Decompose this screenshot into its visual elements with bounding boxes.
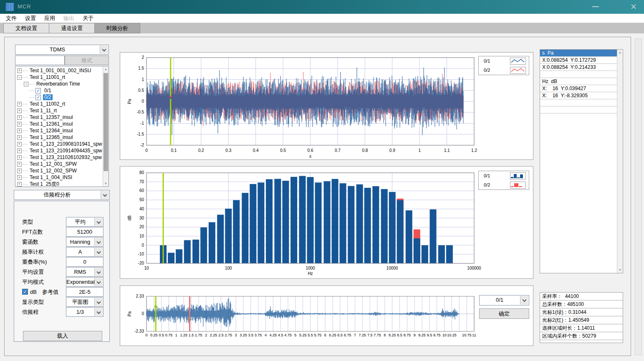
tree-item[interactable]: +Test 1_1_004_INSI (15, 174, 103, 181)
readout-row[interactable]: X:0.088254 Y:0.172729 (540, 57, 617, 64)
chevron-down-icon[interactable] (94, 248, 103, 256)
tree-item[interactable]: +Test 1_123_210908101941_spw (15, 141, 103, 147)
tab-时频分析[interactable]: 时频分析 (95, 23, 140, 33)
expander-icon[interactable]: − (24, 82, 28, 86)
tab-通道设置[interactable]: 通道设置 (49, 23, 95, 33)
readout-row[interactable]: X: 16 Y:-8.329305 (540, 92, 617, 99)
chevron-down-icon[interactable] (520, 296, 528, 305)
expander-icon[interactable]: + (17, 135, 22, 140)
param-dropdown[interactable]: Exponential (66, 277, 104, 287)
expander-icon[interactable]: + (17, 175, 22, 180)
param-input[interactable]: 0 (66, 257, 104, 267)
confirm-button[interactable]: 确定 (479, 308, 529, 319)
close-button[interactable]: × (626, 0, 641, 13)
legend-label: 0/1 (484, 58, 510, 63)
octave-spectrum-chart[interactable]: 10100100010000100000-20-1001020304050607… (120, 167, 534, 279)
tree-item[interactable]: +Test 1_123_211026102932_spw (15, 154, 103, 161)
tree-item[interactable]: ✓0/2 (15, 94, 103, 101)
param-label: 窗函数 (22, 237, 38, 247)
chevron-down-icon[interactable] (101, 191, 109, 199)
scroll-down-icon[interactable]: ▼ (103, 181, 109, 187)
tree-item[interactable]: +Test 1_12_002_SPW (15, 167, 103, 174)
scroll-up-icon[interactable]: ▲ (617, 50, 623, 56)
expander-icon[interactable]: + (17, 115, 22, 120)
expander-icon[interactable]: + (17, 142, 22, 146)
db-checkbox[interactable]: ✓ (22, 289, 28, 295)
menu-item[interactable]: 设置 (25, 15, 36, 22)
tree-item[interactable]: −Test 1_11001_rt (15, 74, 103, 81)
expander-icon[interactable]: + (17, 149, 22, 153)
chevron-down-icon[interactable] (94, 268, 103, 276)
readout-row[interactable]: Hz dB (540, 78, 617, 85)
analysis-type-dropdown[interactable]: 倍频程分析 (14, 190, 110, 200)
tree-scrollbar[interactable]: ▲ ▼ (103, 66, 109, 187)
expander-icon[interactable]: + (17, 109, 22, 113)
tree-item[interactable]: +Test 1_11_rt (15, 107, 103, 114)
checkbox[interactable]: ✓ (35, 88, 41, 93)
tree-item[interactable]: +Test 1_12_001_SPW (15, 161, 103, 167)
readout-row[interactable]: X: 16 Y:0.039427 (540, 85, 617, 92)
ref-value-input[interactable]: 2E-5 (66, 287, 104, 297)
readout-row[interactable] (540, 71, 617, 78)
format-button[interactable]: 格式 (65, 56, 109, 65)
chevron-down-icon[interactable] (94, 308, 103, 316)
expander-icon[interactable]: + (17, 122, 22, 126)
expander-icon[interactable]: + (17, 129, 22, 133)
param-dropdown[interactable]: RMS (66, 267, 104, 277)
filter-input[interactable] (15, 56, 65, 65)
expander-icon[interactable]: + (17, 102, 22, 106)
param-dropdown[interactable]: 1/3 (66, 307, 104, 317)
menu-item[interactable]: 文件 (6, 15, 17, 22)
scroll-down-icon[interactable]: ▼ (617, 267, 623, 273)
tree-item[interactable]: +Test 1_12364_insul (15, 127, 103, 134)
maximize-button[interactable] (607, 0, 621, 13)
tree-item[interactable]: −Reverberation Time (15, 81, 103, 87)
param-dropdown[interactable]: Hanning (66, 237, 104, 247)
time-zoom-chart[interactable]: 00.10.20.30.40.50.60.70.80.911.11.2-2-1.… (120, 53, 534, 160)
chevron-down-icon[interactable] (94, 278, 103, 286)
tab-文档设置[interactable]: 文档设置 (3, 23, 49, 33)
svg-text:10: 10 (442, 333, 447, 337)
tree-item[interactable]: +Test 1_12357_insul (15, 114, 103, 121)
param-input[interactable]: 51200 (66, 227, 104, 237)
expander-icon[interactable]: + (17, 162, 22, 167)
tree-item[interactable]: +Test 1_123_210914094435_spw (15, 147, 103, 154)
expander-icon[interactable]: + (17, 182, 22, 187)
readout-scrollbar[interactable]: ▲ ▼ (617, 50, 623, 273)
scrollbar-thumb[interactable] (104, 73, 108, 171)
time-overview-chart[interactable]: 00.250.50.7511.251.51.7522.252.52.7533.2… (120, 286, 534, 346)
checkbox[interactable]: ✓ (35, 95, 41, 100)
param-dropdown[interactable]: A (66, 247, 104, 257)
expander-icon[interactable]: − (17, 75, 22, 80)
readout-row[interactable] (540, 106, 617, 114)
readout-row[interactable]: s Pa (540, 50, 617, 57)
load-button[interactable]: 载入 (23, 331, 102, 341)
channel-dropdown[interactable]: 0/1 (479, 295, 529, 305)
scroll-up-icon[interactable]: ▲ (103, 66, 109, 72)
readout-row[interactable] (540, 99, 617, 106)
expander-icon[interactable]: + (17, 169, 22, 173)
menu-item[interactable]: 关于 (83, 15, 93, 22)
tree-item[interactable]: +Test 1_12361_insul (15, 121, 103, 127)
window-scrollbar[interactable] (635, 38, 642, 355)
minimize-button[interactable] (588, 0, 603, 13)
menu-item[interactable]: 输出 (63, 15, 74, 22)
tree-item[interactable]: +Test 1_12365_insul (15, 134, 103, 141)
readout-row[interactable]: X:0.088254 Y:0.214233 (540, 64, 617, 71)
chevron-down-icon[interactable] (100, 45, 108, 54)
tree-item[interactable]: +Test 1_001_001_002_INSU (15, 67, 103, 74)
tree-item[interactable]: +Test 1_11002_rt (15, 101, 103, 107)
chevron-down-icon[interactable] (94, 218, 103, 226)
expander-icon[interactable]: + (17, 155, 22, 160)
menu-item[interactable]: 应用 (44, 15, 55, 22)
tree-connector (23, 177, 28, 178)
chevron-down-icon[interactable] (94, 298, 103, 306)
tree-item[interactable]: +Test 1_25度0 (15, 181, 103, 187)
expander-icon[interactable]: + (17, 68, 22, 73)
chevron-down-icon[interactable] (94, 238, 103, 246)
tree-item[interactable]: ✓0/1 (15, 87, 103, 94)
param-label: FFT点数 (22, 227, 43, 237)
param-dropdown[interactable]: 平面图 (66, 297, 104, 307)
param-dropdown[interactable]: 平均 (66, 217, 104, 227)
file-format-dropdown[interactable]: TDMS (15, 45, 109, 55)
